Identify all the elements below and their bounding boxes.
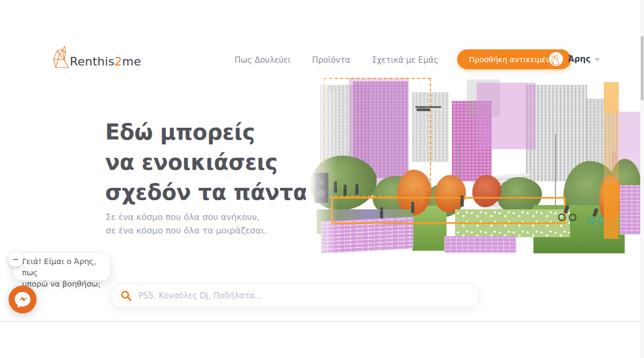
search-input[interactable] [132,291,480,301]
collage-cyclist-1 [558,208,576,221]
user-avatar [548,52,564,67]
collage-musician-2 [343,188,347,196]
drone-icon [416,108,430,111]
collage-musician-1 [334,185,337,193]
collage-musician-3 [355,187,358,195]
page: Renthis2me Πως Δουλεύει Προϊόντα Σχετικά… [0,0,644,358]
section-divider [0,321,644,322]
collage-purple-tint-2 [477,83,536,149]
nav-products[interactable]: Προϊόντα [312,55,350,65]
bicycle-wheel-icon [587,217,595,224]
chat-greeting-bubble: Γειά! Είμαι ο Άρης, πως μπορώ να βοηθήσω… [13,253,110,280]
collage-orange-frame [331,197,566,224]
hero-title-line2: να ενοικιάσεις [105,150,277,174]
hero-subtitle: Σε ένα κόσμο που όλα σου ανήκουν, σε ένα… [106,210,267,237]
hero-subtitle-line2: σε ένα κόσμο που όλα τα μοιράζεσαι. [106,225,267,236]
collage-speaker [314,173,328,203]
logo-text-part2: me [122,55,141,68]
scrollbar-thumb[interactable] [641,36,643,100]
nav-how-it-works[interactable]: Πως Δουλεύει [235,55,290,65]
chat-minimize-button[interactable]: − [8,252,23,267]
collage-pedestrian-1 [380,210,383,218]
origami-fox-avatar-icon [551,53,561,65]
main-nav: Πως Δουλεύει Προϊόντα Σχετικά με Εμάς Bl… [235,55,478,65]
search-icon [120,290,132,302]
bicycle-wheel-icon [558,214,566,221]
chevron-down-icon [595,58,600,61]
hero-collage-illustration: ✈ [306,75,644,253]
logo-text: Renthis2me [70,55,141,68]
chat-message-line1: Γειά! Είμαι ο Άρης, πως [22,257,96,277]
hero-subtitle-line1: Σε ένα κόσμο που όλα σου ανήκουν, [106,212,260,222]
collage-orange-band [604,82,619,239]
scrollbar-track[interactable] [640,0,644,358]
collage-pedestrian-2 [411,205,414,213]
bicycle-wheel-icon [569,214,576,221]
user-name: Άρης [568,54,590,64]
search-bar [110,283,480,308]
logo[interactable]: Renthis2me [52,45,141,70]
logo-text-part1: Renthis [70,55,114,68]
collage-cyclist-2 [587,211,605,224]
collage-pavement-2 [444,236,516,253]
hero-title-line1: Εδώ μπορείς [105,120,255,144]
hero-title-line3: σχεδόν τα πάντα [105,180,308,204]
collage-purple-tint-3 [616,112,641,151]
messenger-chat-button[interactable] [9,286,36,313]
logo-text-accent: 2 [114,55,122,68]
fox-logo-icon [52,45,72,70]
user-menu[interactable]: Άρης [548,52,600,67]
messenger-icon [9,286,36,313]
nav-about-us[interactable]: Σχετικά με Εμάς [372,55,438,65]
collage-pedestrian-3 [460,199,464,207]
hero-title: Εδώ μπορείς να ενοικιάσεις σχεδόν τα πάν… [105,117,308,207]
